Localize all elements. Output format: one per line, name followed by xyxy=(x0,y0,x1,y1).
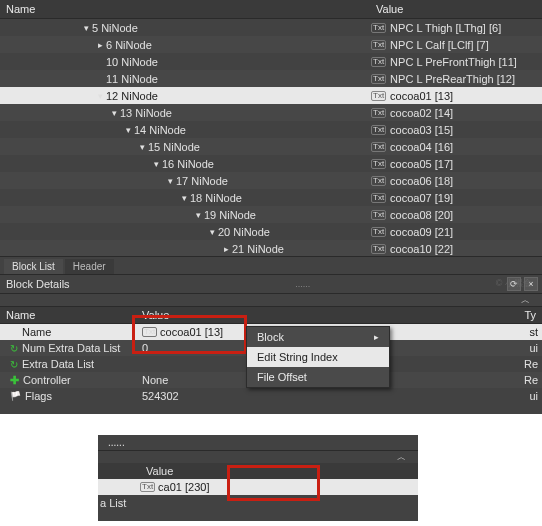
tree-row[interactable]: ▾16 NiNodeTxtcocoa05 [17] xyxy=(0,155,542,172)
node-value: cocoa10 [22] xyxy=(390,243,453,255)
expand-arrow-icon[interactable]: ▾ xyxy=(206,227,218,237)
chevron-up-icon[interactable]: ︿ xyxy=(521,294,530,307)
flag-icon: 🏳️ xyxy=(10,391,21,401)
menu-item[interactable]: Edit String Index xyxy=(247,347,389,367)
details-col-name[interactable]: Name xyxy=(0,307,136,323)
txt-badge-icon: Txt xyxy=(371,108,386,118)
txt-badge-icon: Txt xyxy=(371,74,386,84)
crop-value: ca01 [230] xyxy=(158,481,209,493)
details-col-type[interactable]: Ty xyxy=(246,307,542,323)
expand-arrow-icon[interactable]: ▾ xyxy=(122,125,134,135)
node-value: cocoa05 [17] xyxy=(390,158,453,170)
detail-name: Flags xyxy=(25,390,52,402)
detail-row[interactable]: 🏳️Flags524302ui xyxy=(0,388,542,404)
tree-row[interactable]: ▾19 NiNodeTxtcocoa08 [20] xyxy=(0,206,542,223)
node-value: cocoa06 [18] xyxy=(390,175,453,187)
column-header-name[interactable]: Name xyxy=(0,0,370,18)
txt-badge-icon: Txt xyxy=(371,210,386,220)
txt-badge-icon: Txt xyxy=(371,159,386,169)
tree-row[interactable]: ▾12 NiNodeTxtcocoa01 [13] xyxy=(0,87,542,104)
watermark: © 小黑盒 xyxy=(496,277,532,290)
expand-arrow-icon[interactable]: ▾ xyxy=(80,23,92,33)
expand-arrow-icon[interactable]: ▾ xyxy=(192,210,204,220)
node-value: cocoa09 [21] xyxy=(390,226,453,238)
tree-row[interactable]: ▾20 NiNodeTxtcocoa09 [21] xyxy=(0,223,542,240)
crop-header: Value xyxy=(98,463,418,479)
expand-arrow-icon[interactable]: ▸ xyxy=(94,40,106,50)
tree-view[interactable]: ▾5 NiNodeTxtNPC L Thigh [LThg] [6]▸6 NiN… xyxy=(0,19,542,256)
menu-item-label: Block xyxy=(257,331,284,343)
expand-arrow-icon[interactable]: ▾ xyxy=(108,108,120,118)
node-value: cocoa03 [15] xyxy=(390,124,453,136)
column-header-value[interactable]: Value xyxy=(370,0,542,18)
detail-value: 0 xyxy=(142,342,148,354)
tree-row[interactable]: ▾15 NiNodeTxtcocoa04 [16] xyxy=(0,138,542,155)
chevron-right-icon: ▸ xyxy=(374,332,379,342)
node-label: 21 NiNode xyxy=(232,243,284,255)
detail-value: cocoa01 [13] xyxy=(160,326,223,338)
details-col-value[interactable]: Value xyxy=(136,307,246,323)
detail-value: 524302 xyxy=(142,390,179,402)
node-label: 11 NiNode xyxy=(106,73,158,85)
tab-header[interactable]: Header xyxy=(65,259,114,274)
tree-row[interactable]: ▾13 NiNodeTxtcocoa02 [14] xyxy=(0,104,542,121)
block-details-label: Block Details xyxy=(6,278,70,290)
expand-arrow-icon[interactable]: ▾ xyxy=(178,193,190,203)
chevron-up-icon[interactable]: ︿ xyxy=(397,451,406,464)
context-menu[interactable]: Block▸Edit String IndexFile Offset xyxy=(246,326,390,388)
menu-item[interactable]: Block▸ xyxy=(247,327,389,347)
node-label: 12 NiNode xyxy=(106,90,158,102)
crop-dots: ...... xyxy=(98,435,418,451)
node-label: 13 NiNode xyxy=(120,107,172,119)
tree-row[interactable]: ▸6 NiNodeTxtNPC L Calf [LClf] [7] xyxy=(0,36,542,53)
detail-name: Name xyxy=(22,326,51,338)
tab-block-list[interactable]: Block List xyxy=(4,259,63,274)
node-label: 15 NiNode xyxy=(148,141,200,153)
collapse-caret-row: ︿ xyxy=(0,294,542,306)
refresh-icon: ↻ xyxy=(10,359,18,370)
txt-badge-icon: Txt xyxy=(371,176,386,186)
tree-row[interactable]: 10 NiNodeTxtNPC L PreFrontThigh [11] xyxy=(0,53,542,70)
menu-item-label: File Offset xyxy=(257,371,307,383)
cropped-details-panel: ...... ︿ Value Txt ca01 [230] a List xyxy=(98,435,418,521)
tree-header: Name Value xyxy=(0,0,542,19)
expand-arrow-icon[interactable]: ▾ xyxy=(150,159,162,169)
node-label: 18 NiNode xyxy=(190,192,242,204)
crop-row-selected[interactable]: Txt ca01 [230] xyxy=(98,479,418,495)
node-value: cocoa01 [13] xyxy=(390,90,453,102)
node-value: NPC L PreFrontThigh [11] xyxy=(390,56,517,68)
node-label: 5 NiNode xyxy=(92,22,138,34)
detail-name: Num Extra Data List xyxy=(22,342,120,354)
expand-arrow-icon[interactable]: ▾ xyxy=(94,91,106,101)
tree-row[interactable]: 11 NiNodeTxtNPC L PreRearThigh [12] xyxy=(0,70,542,87)
txt-badge-icon: Txt xyxy=(140,482,155,492)
node-label: 14 NiNode xyxy=(134,124,186,136)
expand-arrow-icon[interactable]: ▾ xyxy=(164,176,176,186)
txt-badge-icon: Txt xyxy=(371,142,386,152)
block-details-title: Block Details ...... ⟳ × xyxy=(0,274,542,294)
expand-arrow-icon[interactable]: ▾ xyxy=(136,142,148,152)
txt-badge-icon: Txt xyxy=(371,244,386,254)
tree-row[interactable]: ▸21 NiNodeTxtcocoa10 [22] xyxy=(0,240,542,256)
node-value: cocoa07 [19] xyxy=(390,192,453,204)
crop-row-partial[interactable]: a List xyxy=(98,495,418,511)
expand-arrow-icon[interactable]: ▸ xyxy=(220,244,232,254)
tree-row[interactable]: ▾5 NiNodeTxtNPC L Thigh [LThg] [6] xyxy=(0,19,542,36)
txt-badge-icon: Txt xyxy=(371,193,386,203)
details-header: Name Value Ty xyxy=(0,306,542,324)
txt-badge-icon: Txt xyxy=(371,40,386,50)
txt-badge-icon: Txt xyxy=(371,125,386,135)
detail-type: ui xyxy=(246,390,542,402)
node-value: cocoa08 [20] xyxy=(390,209,453,221)
main-panel: Name Value ▾5 NiNodeTxtNPC L Thigh [LThg… xyxy=(0,0,542,414)
tree-row[interactable]: ▾17 NiNodeTxtcocoa06 [18] xyxy=(0,172,542,189)
menu-item[interactable]: File Offset xyxy=(247,367,389,387)
tree-row[interactable]: ▾14 NiNodeTxtcocoa03 [15] xyxy=(0,121,542,138)
crop-col-value[interactable]: Value xyxy=(140,463,418,479)
node-value: NPC L Thigh [LThg] [6] xyxy=(390,22,501,34)
node-label: 16 NiNode xyxy=(162,158,214,170)
node-label: 17 NiNode xyxy=(176,175,228,187)
tree-row[interactable]: ▾18 NiNodeTxtcocoa07 [19] xyxy=(0,189,542,206)
refresh-icon: ↻ xyxy=(10,343,18,354)
txt-badge-icon: Txt xyxy=(142,327,157,337)
